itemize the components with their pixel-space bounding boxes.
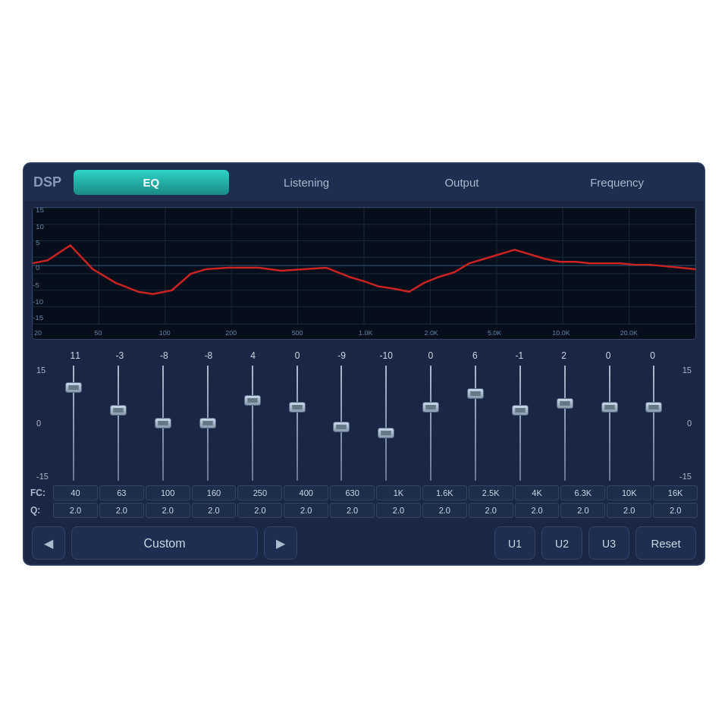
q-cell-3[interactable]: 2.0 xyxy=(192,503,237,518)
q-cell-10[interactable]: 2.0 xyxy=(515,503,560,518)
fader-val-5: 0 xyxy=(278,350,317,361)
svg-text:5: 5 xyxy=(36,238,40,246)
fc-cell-0[interactable]: 40 xyxy=(53,485,98,500)
fader-track-9[interactable] xyxy=(475,366,476,481)
svg-text:5.0K: 5.0K xyxy=(488,329,501,337)
fader-track-6[interactable] xyxy=(340,366,342,481)
faders-section: 11 -3 -8 -8 4 0 -9 -10 0 6 -1 2 0 0 15 0… xyxy=(24,346,704,484)
q-cell-0[interactable]: 2.0 xyxy=(53,503,98,518)
fader-track-10[interactable] xyxy=(519,366,521,481)
prev-button[interactable]: ◀ xyxy=(32,526,65,560)
u3-button[interactable]: U3 xyxy=(588,526,629,560)
svg-text:-5: -5 xyxy=(33,281,39,289)
fader-col-9 xyxy=(456,362,495,484)
fader-handle-3[interactable] xyxy=(199,418,216,428)
fc-cell-5[interactable]: 400 xyxy=(284,485,328,500)
fader-val-12: 0 xyxy=(588,350,628,361)
fader-handle-7[interactable] xyxy=(378,428,394,438)
fader-track-3[interactable] xyxy=(207,366,209,481)
q-cell-6[interactable]: 2.0 xyxy=(330,503,375,518)
fc-cell-7[interactable]: 1K xyxy=(376,485,421,500)
tab-output[interactable]: Output xyxy=(384,170,540,195)
fc-cell-11[interactable]: 6.3K xyxy=(560,485,605,500)
q-cell-2[interactable]: 2.0 xyxy=(146,503,190,518)
fader-val-10: -1 xyxy=(500,350,539,361)
fader-handle-10[interactable] xyxy=(512,405,529,416)
fc-cell-3[interactable]: 160 xyxy=(192,485,237,500)
fader-handle-12[interactable] xyxy=(601,402,618,413)
fader-track-5[interactable] xyxy=(297,366,298,481)
fader-col-11 xyxy=(545,362,585,484)
u1-button[interactable]: U1 xyxy=(494,526,535,560)
fader-val-3: -8 xyxy=(189,350,228,361)
next-button[interactable]: ▶ xyxy=(264,526,297,560)
fader-track-11[interactable] xyxy=(564,366,566,481)
fader-track-0[interactable] xyxy=(73,366,74,481)
faders-wrapper: 15 0 -15 xyxy=(30,362,698,484)
q-cell-8[interactable]: 2.0 xyxy=(422,503,467,518)
q-cell-1[interactable]: 2.0 xyxy=(99,503,144,518)
fc-cell-10[interactable]: 4K xyxy=(515,485,560,500)
q-cell-4[interactable]: 2.0 xyxy=(237,503,282,518)
bottom-controls: ◀ Custom ▶ U1 U2 U3 Reset xyxy=(24,522,704,564)
fader-track-12[interactable] xyxy=(609,366,610,481)
fader-col-8 xyxy=(411,362,450,484)
fader-handle-6[interactable] xyxy=(333,422,350,432)
fader-val-8: 0 xyxy=(411,350,450,361)
reset-button[interactable]: Reset xyxy=(635,526,696,560)
q-cell-7[interactable]: 2.0 xyxy=(376,503,421,518)
fader-track-line-13 xyxy=(653,366,654,481)
fc-cell-1[interactable]: 63 xyxy=(99,485,144,500)
q-cell-9[interactable]: 2.0 xyxy=(469,503,513,518)
fader-val-1: -3 xyxy=(100,350,140,361)
q-cell-11[interactable]: 2.0 xyxy=(560,503,605,518)
fc-cell-13[interactable]: 16K xyxy=(653,485,698,500)
tab-frequency[interactable]: Frequency xyxy=(539,170,695,195)
scale-left: 15 0 -15 xyxy=(33,362,52,484)
fader-col-3 xyxy=(188,362,228,484)
fader-track-13[interactable] xyxy=(653,366,654,481)
fader-handle-1[interactable] xyxy=(110,405,127,416)
fader-handle-0[interactable] xyxy=(65,382,82,393)
fader-track-line-1 xyxy=(118,366,119,481)
svg-text:100: 100 xyxy=(159,329,171,337)
u2-button[interactable]: U2 xyxy=(541,526,582,560)
fc-cell-4[interactable]: 250 xyxy=(237,485,282,500)
tab-eq[interactable]: EQ xyxy=(74,170,229,195)
fader-track-line-4 xyxy=(252,366,253,481)
fader-track-1[interactable] xyxy=(118,366,119,481)
fader-handle-5[interactable] xyxy=(289,402,306,413)
faders-inner xyxy=(52,362,676,484)
fader-col-7 xyxy=(366,362,406,484)
svg-text:20: 20 xyxy=(34,329,42,337)
fader-val-11: 2 xyxy=(544,350,583,361)
svg-text:200: 200 xyxy=(225,329,237,337)
fader-handle-13[interactable] xyxy=(645,402,662,413)
fader-handle-11[interactable] xyxy=(557,398,573,409)
dsp-label: DSP xyxy=(33,174,61,190)
svg-text:2.0K: 2.0K xyxy=(424,329,438,337)
fc-cell-9[interactable]: 2.5K xyxy=(469,485,513,500)
fader-handle-4[interactable] xyxy=(244,395,261,406)
fader-track-2[interactable] xyxy=(162,366,164,481)
q-cell-12[interactable]: 2.0 xyxy=(607,503,651,518)
svg-text:-15: -15 xyxy=(33,313,44,322)
q-cell-13[interactable]: 2.0 xyxy=(653,503,698,518)
svg-text:1.0K: 1.0K xyxy=(359,329,372,337)
fader-handle-2[interactable] xyxy=(155,418,171,428)
preset-button[interactable]: Custom xyxy=(71,526,258,560)
fc-cell-6[interactable]: 630 xyxy=(330,485,375,500)
fc-cell-12[interactable]: 10K xyxy=(607,485,651,500)
fader-track-4[interactable] xyxy=(252,366,253,481)
fader-track-7[interactable] xyxy=(385,366,387,481)
fc-cell-8[interactable]: 1.6K xyxy=(422,485,467,500)
q-cell-5[interactable]: 2.0 xyxy=(284,503,328,518)
svg-text:0: 0 xyxy=(36,263,40,271)
scale-right: 15 0 -15 xyxy=(676,362,695,484)
fader-handle-9[interactable] xyxy=(467,388,484,399)
svg-text:15: 15 xyxy=(36,208,45,214)
fc-cell-2[interactable]: 100 xyxy=(146,485,190,500)
tab-listening[interactable]: Listening xyxy=(229,170,384,195)
fader-track-8[interactable] xyxy=(430,366,431,481)
fader-handle-8[interactable] xyxy=(422,402,439,413)
